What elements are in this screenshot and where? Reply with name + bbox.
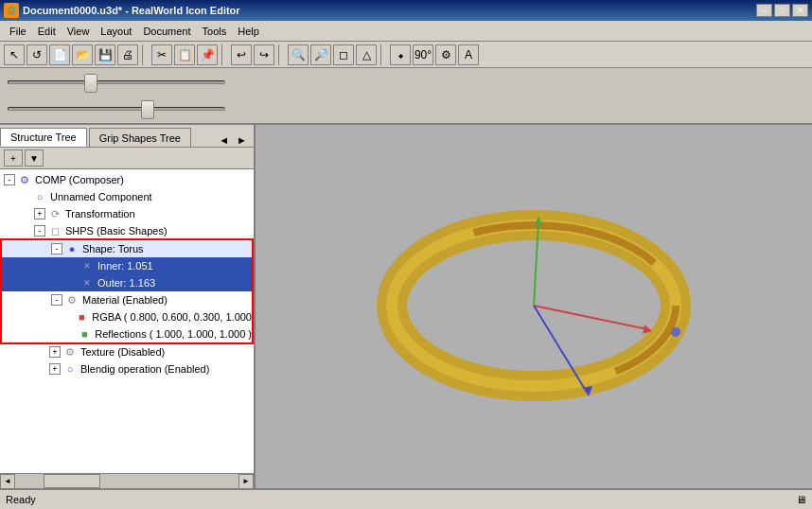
tb-extra1[interactable]: ⬥: [390, 44, 411, 65]
tb-open[interactable]: 📂: [72, 44, 93, 65]
menu-tools[interactable]: Tools: [197, 24, 233, 39]
tree-item-comp[interactable]: - ⚙ COMP (Composer): [0, 171, 254, 188]
expand-blend[interactable]: +: [49, 363, 61, 375]
slider-row-1: [8, 75, 254, 90]
torus-handle: [671, 327, 680, 337]
scroll-thumb[interactable]: [44, 474, 100, 488]
maximize-button[interactable]: □: [774, 4, 790, 17]
tb-print[interactable]: 🖨: [117, 44, 138, 65]
slider-row-2: [8, 101, 254, 116]
toolbar-row1: ↖ ↺ 📄 📂 💾 🖨 ✂ 📋 📌 ↩ ↪ 🔍 🔎 ◻ △ ⬥ 90° ⚙ A: [0, 42, 812, 68]
icon-outer: ✕: [79, 275, 95, 290]
axis-red: [534, 306, 647, 329]
expand-material[interactable]: -: [51, 294, 62, 306]
tree-item-reflections[interactable]: ■ Reflections ( 1.000, 1.000, 1.000 ): [2, 325, 252, 342]
menu-help[interactable]: Help: [232, 24, 265, 39]
tb-extra4[interactable]: A: [458, 44, 479, 65]
tree-add-btn[interactable]: +: [4, 149, 23, 167]
expand-torus[interactable]: -: [51, 243, 62, 254]
torus-container: [354, 164, 714, 449]
tree-item-outer[interactable]: ✕ Outer: 1.163: [2, 274, 252, 291]
highlight-group: - ● Shape: Torus ✕ Inner: 1.051 ✕ Outer:…: [2, 240, 252, 342]
tree-item-shps[interactable]: - ◻ SHPS (Basic Shapes): [0, 222, 254, 239]
tree-item-unnamed[interactable]: ○ Unnamed Component: [0, 188, 254, 205]
tree-item-rgba[interactable]: ■ RGBA ( 0.800, 0.600, 0.300, 1.000: [2, 308, 252, 325]
tb-extra2[interactable]: 90°: [413, 44, 433, 65]
tab-structure-tree[interactable]: Structure Tree: [0, 128, 87, 147]
slider-track-1[interactable]: [8, 80, 225, 84]
slider-area: [0, 68, 812, 125]
icon-blend: ○: [62, 361, 78, 377]
icon-comp: ⚙: [17, 172, 32, 187]
tb-rotate[interactable]: ↺: [26, 44, 47, 65]
menu-layout[interactable]: Layout: [95, 24, 137, 39]
viewport: [256, 125, 812, 488]
tree-item-texture[interactable]: + ⚙ Texture (Disabled): [0, 343, 254, 360]
tree-item-inner[interactable]: ✕ Inner: 1.051: [2, 257, 252, 274]
tree-item-torus[interactable]: - ● Shape: Torus: [2, 240, 252, 257]
window-title: Document0000.u3d* - RealWorld Icon Edito…: [23, 5, 240, 16]
horizontal-scrollbar[interactable]: ◄ ►: [0, 473, 254, 488]
label-rgba: RGBA ( 0.800, 0.600, 0.300, 1.000: [92, 311, 252, 323]
expand-texture[interactable]: +: [49, 346, 61, 358]
tb-undo[interactable]: ↩: [231, 44, 252, 65]
tb-save[interactable]: 💾: [95, 44, 115, 65]
icon-transformation: ⟳: [47, 206, 62, 221]
menu-edit[interactable]: Edit: [32, 24, 62, 39]
label-comp: COMP (Composer): [35, 174, 124, 185]
icon-unnamed: ○: [32, 189, 47, 204]
status-icon: 🖥: [796, 494, 806, 505]
tb-new[interactable]: 📄: [49, 44, 70, 65]
tab-nav: ◄ ►: [216, 133, 254, 147]
tb-zoom-in[interactable]: 🔍: [288, 44, 309, 65]
tree-item-transformation[interactable]: + ⟳ Transformation: [0, 205, 254, 222]
close-button[interactable]: ✕: [792, 4, 808, 17]
menu-document[interactable]: Document: [137, 24, 196, 39]
tree-settings-btn[interactable]: ▼: [25, 149, 44, 167]
tb-tri[interactable]: △: [356, 44, 377, 65]
expand-shps[interactable]: -: [34, 225, 45, 237]
tb-paste[interactable]: 📌: [197, 44, 218, 65]
app-icon: 🌐: [4, 3, 19, 18]
left-panel: Structure Tree Grip Shapes Tree ◄ ► + ▼ …: [0, 125, 256, 488]
label-unnamed: Unnamed Component: [50, 191, 152, 202]
label-reflections: Reflections ( 1.000, 1.000, 1.000 ): [95, 328, 252, 340]
slider-thumb-2[interactable]: [141, 100, 154, 119]
scroll-left-btn[interactable]: ◄: [0, 474, 15, 489]
toolbar-sep3: [278, 44, 284, 65]
tree-item-material[interactable]: - ⚙ Material (Enabled): [2, 291, 252, 308]
status-text: Ready: [6, 494, 36, 505]
tb-redo[interactable]: ↪: [254, 44, 274, 65]
tb-extra3[interactable]: ⚙: [435, 44, 456, 65]
minimize-button[interactable]: ─: [756, 4, 772, 17]
icon-inner: ✕: [79, 258, 95, 273]
sliders: [8, 75, 254, 116]
torus-svg: [354, 164, 714, 448]
toolbar-sep2: [221, 44, 227, 65]
slider-thumb-1[interactable]: [84, 74, 97, 93]
slider-track-2[interactable]: [8, 107, 225, 111]
tree-view[interactable]: - ⚙ COMP (Composer) ○ Unnamed Component …: [0, 169, 254, 473]
window-controls: ─ □ ✕: [756, 4, 808, 17]
menu-view[interactable]: View: [62, 24, 96, 39]
tab-nav-next[interactable]: ►: [234, 133, 250, 147]
menu-bar: File Edit View Layout Document Tools Hel…: [0, 21, 812, 42]
tab-nav-prev[interactable]: ◄: [216, 133, 232, 147]
expand-comp[interactable]: -: [4, 174, 15, 185]
menu-file[interactable]: File: [4, 24, 32, 39]
right-panel: [256, 125, 812, 488]
tree-item-blend[interactable]: + ○ Blendig operation (Enabled): [0, 360, 254, 377]
label-inner: Inner: 1.051: [97, 260, 153, 272]
label-texture: Texture (Disabled): [80, 346, 165, 358]
tab-grip-shapes-tree[interactable]: Grip Shapes Tree: [89, 128, 191, 147]
tb-zoom-out[interactable]: 🔎: [310, 44, 331, 65]
icon-texture: ⚙: [62, 344, 78, 360]
expand-transformation[interactable]: +: [34, 208, 45, 219]
scroll-track[interactable]: [15, 474, 238, 488]
tb-pointer[interactable]: ↖: [4, 44, 25, 65]
tb-copy[interactable]: 📋: [174, 44, 195, 65]
scroll-right-btn[interactable]: ►: [238, 474, 254, 489]
tb-cut[interactable]: ✂: [151, 44, 172, 65]
tb-shape[interactable]: ◻: [333, 44, 354, 65]
icon-reflections: ■: [77, 326, 92, 342]
